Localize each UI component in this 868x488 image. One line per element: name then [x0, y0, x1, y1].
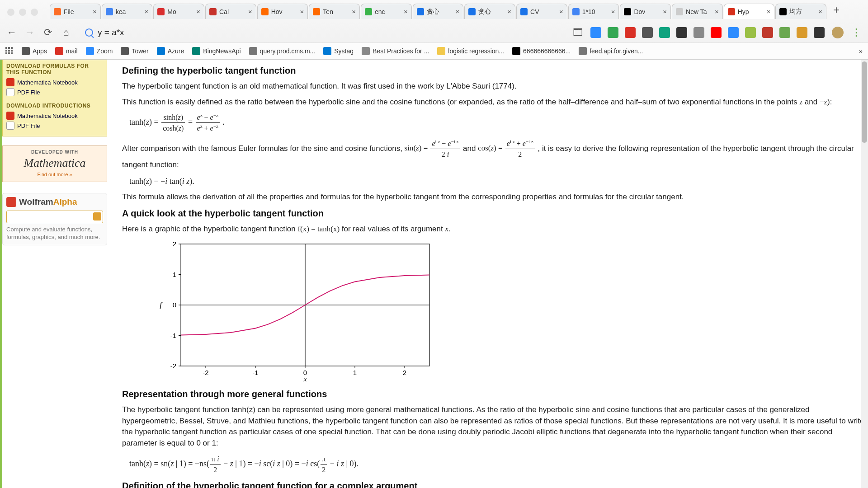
close-icon[interactable]: × — [715, 8, 719, 15]
address-bar[interactable]: y = a*x — [79, 28, 565, 38]
wolfram-alpha-submit[interactable] — [93, 212, 101, 221]
tab[interactable]: Mo× — [153, 4, 204, 19]
bookmark-item[interactable]: Systag — [323, 47, 354, 55]
extension-icon[interactable] — [676, 27, 687, 38]
new-tab-button[interactable]: + — [828, 4, 844, 16]
extension-icon[interactable] — [608, 27, 618, 38]
close-icon[interactable]: × — [352, 8, 356, 15]
close-icon[interactable]: × — [145, 8, 149, 15]
tab[interactable]: kea× — [102, 4, 153, 19]
favicon — [157, 8, 165, 15]
close-icon[interactable]: × — [196, 8, 200, 15]
forward-button[interactable]: → — [24, 27, 35, 38]
close-icon[interactable]: × — [611, 8, 615, 15]
wolfram-alpha-desc: Compute and evaluate functions, formulas… — [6, 226, 103, 241]
extension-icon[interactable] — [711, 27, 722, 38]
extension-icon[interactable] — [642, 27, 653, 38]
extension-icon[interactable] — [779, 27, 790, 38]
paragraph-intro: The hyperbolic tangent function is an ol… — [122, 81, 864, 92]
bookmark-icon — [55, 47, 63, 55]
tab-title: CV — [530, 8, 557, 15]
close-icon[interactable]: × — [456, 8, 460, 15]
bookmark-label: Apps — [33, 47, 47, 55]
wolfram-alpha-widget: WolframAlpha Compute and evaluate functi… — [2, 193, 107, 245]
bookmark-item[interactable]: logistic regression... — [437, 47, 504, 55]
bookmark-item[interactable]: 666666666666... — [512, 47, 571, 55]
paragraph-ratio-intro: This function is easily defined as the r… — [122, 97, 864, 108]
scrollbar-thumb[interactable] — [862, 61, 867, 143]
back-button[interactable]: ← — [6, 27, 17, 38]
tab[interactable]: CV× — [516, 4, 567, 19]
bookmark-item[interactable]: query.prod.cms.m... — [249, 47, 316, 55]
apps-launcher[interactable] — [5, 47, 14, 55]
bookmark-icon — [249, 47, 257, 55]
bookmark-item[interactable]: BingNewsApi — [192, 47, 241, 55]
extension-icon[interactable] — [728, 27, 739, 38]
bookmark-item[interactable]: feed.api.for.given... — [579, 47, 643, 55]
tab[interactable]: enc× — [361, 4, 412, 19]
close-icon[interactable]: × — [300, 8, 304, 15]
bookmarks-overflow[interactable]: » — [859, 47, 863, 55]
close-icon[interactable]: × — [767, 8, 771, 15]
notebook-icon — [6, 112, 14, 120]
window-controls[interactable] — [7, 9, 38, 16]
sidebar-item-pdf-1[interactable]: PDF File — [6, 88, 103, 96]
extension-icon[interactable] — [693, 27, 704, 38]
close-icon[interactable]: × — [559, 8, 563, 15]
wolfram-alpha-input[interactable] — [6, 211, 103, 223]
sidebar-item-notebook-2[interactable]: Mathematica Notebook — [6, 112, 103, 120]
tab[interactable]: 贪心× — [413, 4, 464, 19]
sidebar-item-notebook-1[interactable]: Mathematica Notebook — [6, 78, 103, 86]
tab[interactable]: 均方× — [775, 4, 826, 19]
mathematica-banner[interactable]: DEVELOPED WITH Mathematica Find out more… — [2, 145, 107, 182]
close-icon[interactable]: × — [248, 8, 252, 15]
tab[interactable]: 1*10× — [568, 4, 619, 19]
bookmark-label: logistic regression... — [448, 47, 504, 55]
article-content: Defining the hyperbolic tangent function… — [122, 60, 864, 488]
extension-icon[interactable] — [814, 27, 825, 38]
tab-title: Cal — [219, 8, 246, 15]
sidebar-item-pdf-2[interactable]: PDF File — [6, 122, 103, 130]
close-icon[interactable]: × — [93, 8, 97, 15]
tab[interactable]: Ten× — [309, 4, 360, 19]
bookmark-item[interactable]: Azure — [157, 47, 184, 55]
close-icon[interactable]: × — [404, 8, 408, 15]
banner-mathematica-name: Mathematica — [5, 156, 104, 170]
formula-tanh-circular: tanh(z) = −i tan(i z). — [129, 175, 864, 187]
tab[interactable]: Dov× — [620, 4, 671, 19]
svg-text:x: x — [303, 375, 307, 383]
vertical-scrollbar[interactable] — [861, 60, 868, 488]
extension-icon[interactable] — [762, 27, 773, 38]
tab[interactable]: New Ta× — [672, 4, 723, 19]
translate-icon[interactable]: 🗔 — [572, 27, 583, 38]
tab-title: 贪心 — [478, 8, 505, 16]
bookmark-item[interactable]: Apps — [22, 47, 47, 55]
tab[interactable]: Hyp× — [724, 4, 775, 19]
favicon — [209, 8, 217, 15]
reload-button[interactable]: ⟳ — [42, 27, 53, 38]
home-button[interactable]: ⌂ — [61, 27, 71, 38]
bookmark-item[interactable]: Best Practices for ... — [362, 47, 429, 55]
banner-more-link[interactable]: Find out more » — [5, 172, 104, 177]
nav-toolbar: ← → ⟳ ⌂ y = a*x 🗔 ⋮ — [0, 22, 868, 43]
bookmark-item[interactable]: Tower — [121, 47, 148, 55]
close-icon[interactable]: × — [818, 8, 822, 15]
wolfram-alpha-logo[interactable]: WolframAlpha — [6, 197, 103, 207]
tab[interactable]: 贪心× — [464, 4, 515, 19]
bookmark-item[interactable]: Zoom — [86, 47, 113, 55]
tab[interactable]: Hov× — [257, 4, 308, 19]
close-icon[interactable]: × — [663, 8, 667, 15]
extension-icon[interactable] — [745, 27, 756, 38]
extension-icon[interactable] — [590, 27, 601, 38]
menu-button[interactable]: ⋮ — [851, 27, 862, 38]
close-icon[interactable]: × — [507, 8, 511, 15]
bookmark-item[interactable]: mail — [55, 47, 78, 55]
tab[interactable]: File× — [50, 4, 101, 19]
tab[interactable]: Cal× — [205, 4, 256, 19]
avatar[interactable] — [832, 27, 844, 38]
extension-icon[interactable] — [625, 27, 636, 38]
bookmark-label: BingNewsApi — [203, 47, 241, 55]
extension-icon[interactable] — [659, 27, 670, 38]
bookmark-icon — [437, 47, 445, 55]
extension-icon[interactable] — [797, 27, 807, 38]
